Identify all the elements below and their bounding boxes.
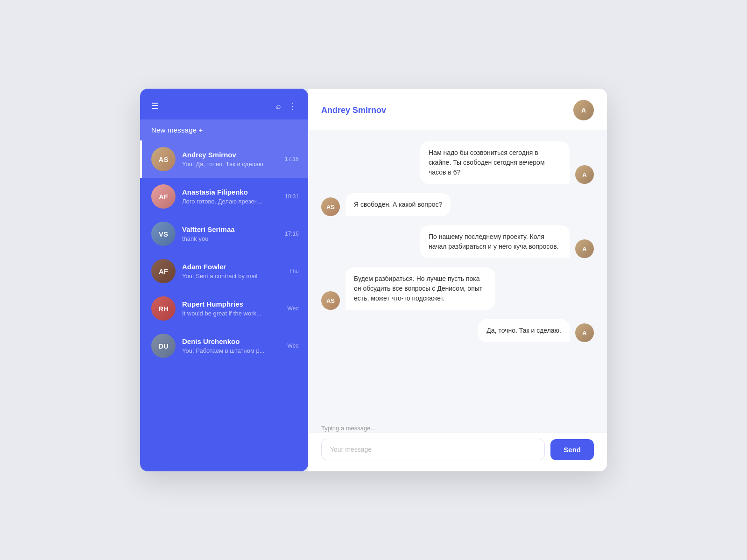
send-button[interactable]: Send [550, 439, 594, 460]
conv-info-andrey: Andrey Smirnov You: Да, точно. Так и сде… [182, 151, 281, 168]
avatar-andrey: AS [151, 147, 176, 171]
sidebar: ☰ ⌕ ⋮ New message + AS Andrey Smirnov Yo… [140, 89, 308, 471]
msg-avatar-m1: A [575, 165, 594, 184]
bubble-m1: Нам надо бы созвониться сегодня в скайпе… [420, 141, 570, 184]
conv-preview-rupert: It would be great if the work... [182, 310, 284, 317]
bubble-m2: Я свободен. А какой вопрос? [345, 193, 451, 216]
bubble-m5: Да, точно. Так и сделаю. [478, 319, 570, 342]
conversation-item-rupert[interactable]: RH Rupert Humphries It would be great if… [140, 290, 308, 327]
message-row-m3: A По нашему последнему проекту. Коля нач… [321, 225, 594, 258]
conv-preview-denis: You: Работаем в штатном р... [182, 347, 284, 354]
msg-avatar-m3: A [575, 239, 594, 258]
conv-name-denis: Denis Urchenkoo [182, 337, 284, 345]
avatar-denis: DU [151, 334, 176, 358]
conversation-item-denis[interactable]: DU Denis Urchenkoo You: Работаем в штатн… [140, 327, 308, 364]
conversation-item-andrey[interactable]: AS Andrey Smirnov You: Да, точно. Так и … [140, 140, 308, 178]
conv-preview-adam: You: Sent a contract by mail [182, 273, 285, 280]
conv-preview-valtteri: thank you [182, 235, 281, 242]
conv-info-anastasia: Anastasia Filipenko Лого готово. Делаю п… [182, 188, 281, 205]
sidebar-header: ☰ ⌕ ⋮ [140, 89, 308, 119]
msg-avatar-m5: A [575, 323, 594, 342]
conv-info-denis: Denis Urchenkoo You: Работаем в штатном … [182, 337, 284, 354]
app-container: ☰ ⌕ ⋮ New message + AS Andrey Smirnov Yo… [140, 89, 607, 471]
chat-header: Andrey Smirnov A [308, 89, 607, 130]
conv-time-andrey: 17:16 [285, 156, 299, 162]
message-row-m4: AS Будем разбираться. Но лучше пусть пок… [321, 267, 594, 310]
conv-info-valtteri: Valtteri Serimaa thank you [182, 225, 281, 242]
chat-contact-name: Andrey Smirnov [321, 105, 386, 115]
avatar-valtteri: VS [151, 222, 176, 246]
conv-name-rupert: Rupert Humphries [182, 300, 284, 308]
chat-header-avatar: A [573, 100, 594, 120]
bubble-m3: По нашему последнему проекту. Коля начал… [420, 225, 570, 258]
conv-info-rupert: Rupert Humphries It would be great if th… [182, 300, 284, 317]
conversation-item-anastasia[interactable]: AF Anastasia Filipenko Лого готово. Дела… [140, 178, 308, 215]
bubble-m4: Будем разбираться. Но лучше пусть пока о… [345, 267, 495, 310]
avatar-rupert: RH [151, 296, 176, 321]
message-row-m2: AS Я свободен. А какой вопрос? [321, 193, 594, 216]
chat-panel: Andrey Smirnov A A Нам надо бы созвонить… [308, 89, 607, 471]
conv-time-valtteri: 17:16 [285, 231, 299, 237]
conv-time-denis: Wed [288, 343, 299, 349]
conv-preview-andrey: You: Да, точно. Так и сделаю. [182, 161, 281, 168]
conv-name-adam: Adam Fowler [182, 263, 285, 271]
conv-name-andrey: Andrey Smirnov [182, 151, 281, 159]
avatar-anastasia: AF [151, 184, 176, 209]
conv-time-rupert: Wed [288, 305, 299, 312]
msg-avatar-m4: AS [321, 291, 340, 310]
chat-input-area: Send [308, 433, 607, 471]
sidebar-header-icons: ⌕ ⋮ [276, 102, 297, 110]
menu-icon[interactable]: ☰ [151, 102, 159, 110]
messages-area: A Нам надо бы созвониться сегодня в скай… [308, 130, 607, 422]
msg-avatar-m2: AS [321, 197, 340, 216]
conv-time-adam: Thu [289, 268, 299, 274]
conversation-item-adam[interactable]: AF Adam Fowler You: Sent a contract by m… [140, 252, 308, 290]
message-row-m1: A Нам надо бы созвониться сегодня в скай… [321, 141, 594, 184]
message-input[interactable] [321, 439, 545, 460]
conversation-item-valtteri[interactable]: VS Valtteri Serimaa thank you 17:16 [140, 215, 308, 252]
message-row-m5: A Да, точно. Так и сделаю. [321, 319, 594, 342]
conversation-list: AS Andrey Smirnov You: Да, точно. Так и … [140, 140, 308, 471]
avatar-adam: AF [151, 259, 176, 283]
conv-name-anastasia: Anastasia Filipenko [182, 188, 281, 196]
conv-name-valtteri: Valtteri Serimaa [182, 225, 281, 233]
typing-indicator: Typing a message... [308, 422, 607, 433]
conv-preview-anastasia: Лого готово. Делаю презен... [182, 198, 281, 205]
more-icon[interactable]: ⋮ [289, 102, 297, 110]
search-icon[interactable]: ⌕ [276, 102, 281, 110]
new-message-button[interactable]: New message + [140, 119, 308, 140]
conv-time-anastasia: 10:31 [285, 193, 299, 200]
conv-info-adam: Adam Fowler You: Sent a contract by mail [182, 263, 285, 280]
